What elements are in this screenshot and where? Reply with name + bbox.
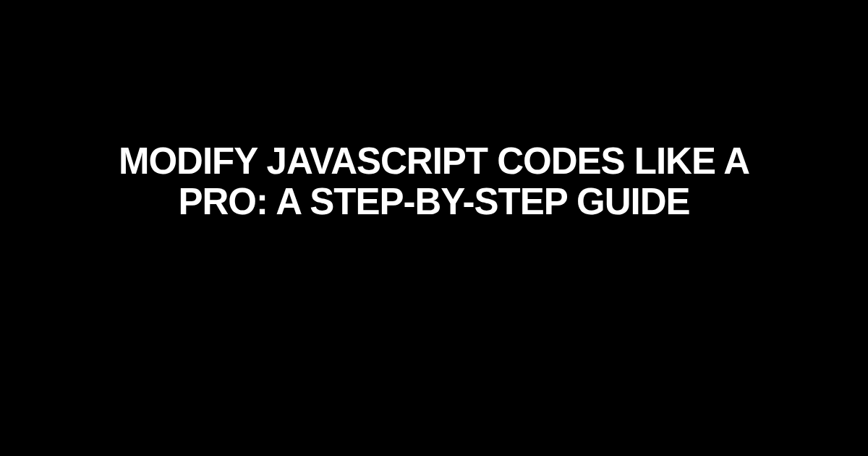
title-container: Modify JavaScript Codes Like a Pro: A St…: [0, 141, 868, 222]
page-title: Modify JavaScript Codes Like a Pro: A St…: [72, 141, 796, 222]
